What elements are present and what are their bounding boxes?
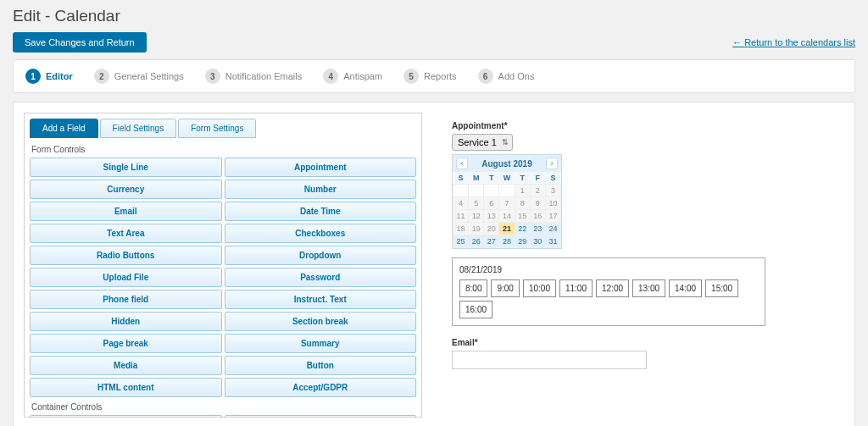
calendar-day[interactable]: 25 bbox=[453, 235, 469, 248]
calendar-next-icon[interactable]: › bbox=[546, 158, 558, 169]
weekday-header: S bbox=[453, 172, 469, 185]
tab-number-icon: 5 bbox=[403, 69, 419, 84]
calendar-day[interactable]: 28 bbox=[499, 235, 515, 248]
calendar-day[interactable]: 29 bbox=[515, 235, 530, 248]
appointment-label: Appointment* bbox=[452, 121, 827, 130]
field-html-content[interactable]: HTML content bbox=[30, 378, 222, 397]
field-hidden[interactable]: Hidden bbox=[30, 312, 222, 331]
calendar-day: 18 bbox=[453, 223, 469, 235]
field-phone-field[interactable]: Phone field bbox=[30, 290, 222, 309]
calendar-day: 14 bbox=[499, 210, 515, 223]
calendar-day: 1 bbox=[515, 185, 530, 197]
field-summary[interactable]: Summary bbox=[225, 334, 417, 353]
weekday-header: S bbox=[545, 172, 560, 185]
calendar-day: 15 bbox=[515, 210, 530, 223]
form-preview: Appointment* Service 1 ‹ August 2019 › S… bbox=[435, 113, 844, 418]
field-password[interactable]: Password bbox=[225, 268, 417, 287]
field-accept-gdpr[interactable]: Accept/GDPR bbox=[225, 378, 417, 397]
calendar-day: 4 bbox=[453, 197, 469, 210]
selected-date: 08/21/2019 bbox=[459, 265, 758, 274]
email-field[interactable] bbox=[452, 351, 647, 369]
time-slot[interactable]: 15:00 bbox=[705, 279, 738, 297]
time-slot[interactable]: 11:00 bbox=[559, 279, 593, 297]
time-slot[interactable]: 8:00 bbox=[459, 279, 487, 297]
weekday-header: F bbox=[530, 172, 545, 185]
calendar-day[interactable]: 23 bbox=[530, 223, 545, 235]
field-single-line[interactable]: Single Line bbox=[30, 158, 222, 177]
field-number[interactable]: Number bbox=[225, 180, 417, 199]
weekday-header: T bbox=[515, 172, 530, 185]
sub-tab-field-settings[interactable]: Field Settings bbox=[100, 119, 177, 138]
time-slot[interactable]: 14:00 bbox=[669, 279, 702, 297]
calendar-day[interactable]: 27 bbox=[484, 235, 499, 248]
field-media[interactable]: Media bbox=[30, 356, 222, 375]
field-date-time[interactable]: Date Time bbox=[225, 202, 417, 221]
field-palette: Add a FieldField SettingsForm Settings F… bbox=[24, 113, 422, 418]
field-checkboxes[interactable]: Checkboxes bbox=[225, 224, 417, 243]
calendar-prev-icon[interactable]: ‹ bbox=[456, 158, 468, 169]
field-currency[interactable]: Currency bbox=[30, 180, 222, 199]
section-container-controls: Container Controls bbox=[31, 402, 416, 412]
main-tab-reports[interactable]: 5Reports bbox=[403, 69, 457, 84]
field-radio-buttons[interactable]: Radio Buttons bbox=[30, 246, 222, 265]
tab-number-icon: 1 bbox=[25, 69, 41, 84]
calendar-day: 5 bbox=[469, 197, 484, 210]
field-text-area[interactable]: Text Area bbox=[30, 224, 222, 243]
page-title: Edit - Calendar bbox=[13, 7, 120, 25]
field-dropdown[interactable]: Dropdown bbox=[225, 246, 417, 265]
time-slot[interactable]: 10:00 bbox=[523, 279, 556, 297]
sub-tab-add-a-field[interactable]: Add a Field bbox=[30, 119, 98, 138]
field-page-break[interactable]: Page break bbox=[30, 334, 222, 353]
calendar-day: 7 bbox=[499, 197, 515, 210]
return-link[interactable]: Return to the calendars list bbox=[732, 37, 855, 47]
section-form-controls: Form Controls bbox=[31, 145, 416, 154]
calendar-day[interactable]: 31 bbox=[545, 235, 560, 248]
field-email[interactable]: Email bbox=[30, 202, 222, 221]
main-tabs: 1Editor2General Settings3Notification Em… bbox=[13, 59, 855, 93]
calendar-empty bbox=[469, 185, 484, 197]
tab-number-icon: 6 bbox=[478, 69, 493, 84]
weekday-header: W bbox=[499, 172, 515, 185]
field-div[interactable]: Div bbox=[225, 415, 417, 418]
service-select[interactable]: Service 1 bbox=[452, 134, 513, 151]
time-slot[interactable]: 13:00 bbox=[632, 279, 665, 297]
calendar-empty bbox=[484, 185, 499, 197]
field-fieldset[interactable]: Fieldset bbox=[30, 415, 222, 418]
calendar-day: 12 bbox=[469, 210, 484, 223]
main-tab-general-settings[interactable]: 2General Settings bbox=[94, 69, 184, 84]
calendar-day[interactable]: 22 bbox=[515, 223, 530, 235]
save-return-button[interactable]: Save Changes and Return bbox=[13, 32, 147, 53]
main-tab-notification-emails[interactable]: 3Notification Emails bbox=[205, 69, 302, 84]
calendar-widget: ‹ August 2019 › SMTWTFS 1234567891011121… bbox=[452, 154, 562, 249]
calendar-day: 13 bbox=[484, 210, 499, 223]
weekday-header: M bbox=[469, 172, 484, 185]
time-slot[interactable]: 16:00 bbox=[459, 301, 492, 318]
calendar-day: 6 bbox=[484, 197, 499, 210]
calendar-day: 10 bbox=[545, 197, 560, 210]
tab-number-icon: 3 bbox=[205, 69, 220, 84]
calendar-day: 2 bbox=[530, 185, 545, 197]
field-appointment[interactable]: Appointment bbox=[225, 158, 417, 177]
calendar-day[interactable]: 26 bbox=[469, 235, 484, 248]
calendar-day: 20 bbox=[484, 223, 499, 235]
sub-tab-form-settings[interactable]: Form Settings bbox=[178, 119, 256, 138]
main-tab-antispam[interactable]: 4Antispam bbox=[323, 69, 382, 84]
calendar-day[interactable]: 30 bbox=[530, 235, 545, 248]
calendar-day[interactable]: 21 bbox=[499, 223, 515, 235]
time-slot[interactable]: 12:00 bbox=[596, 279, 629, 297]
main-tab-editor[interactable]: 1Editor bbox=[25, 69, 73, 84]
calendar-day: 11 bbox=[453, 210, 469, 223]
field-button[interactable]: Button bbox=[225, 356, 417, 375]
calendar-day[interactable]: 24 bbox=[545, 223, 560, 235]
weekday-header: T bbox=[484, 172, 499, 185]
email-label: Email* bbox=[452, 338, 827, 347]
appointment-selection: 08/21/2019 8:009:0010:0011:0012:0013:001… bbox=[452, 257, 765, 326]
time-slot[interactable]: 9:00 bbox=[491, 279, 519, 297]
calendar-day: 8 bbox=[515, 197, 530, 210]
field-instruct-text[interactable]: Instruct. Text bbox=[225, 290, 417, 309]
tab-number-icon: 4 bbox=[323, 69, 338, 84]
field-upload-file[interactable]: Upload File bbox=[30, 268, 222, 287]
main-tab-add-ons[interactable]: 6Add Ons bbox=[478, 69, 535, 84]
field-section-break[interactable]: Section break bbox=[225, 312, 417, 331]
calendar-day: 17 bbox=[545, 210, 560, 223]
